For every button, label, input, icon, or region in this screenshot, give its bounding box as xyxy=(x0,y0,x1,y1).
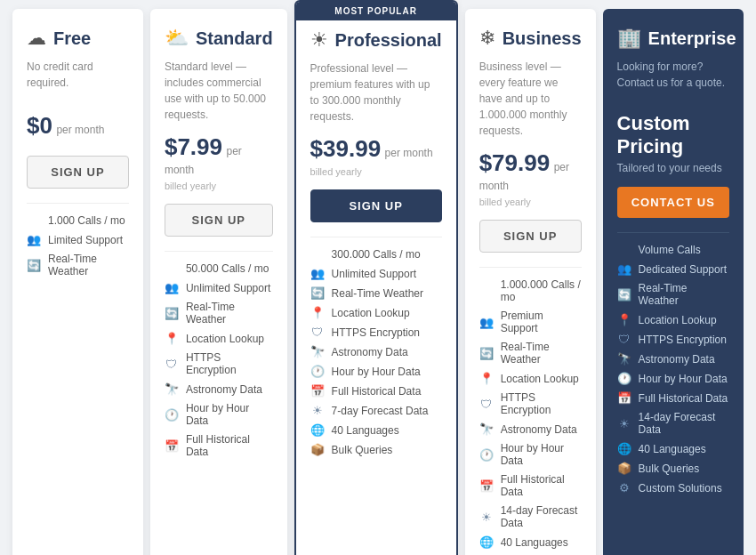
plan-card-standard: ⛅ Standard Standard level — includes com… xyxy=(150,9,287,555)
divider-standard xyxy=(165,251,273,252)
feature-item: 🌐 40 Languages xyxy=(617,442,729,455)
feature-text: Bulk Queries xyxy=(639,462,700,475)
feature-item: 🕐 Hour by Hour Data xyxy=(165,402,273,427)
signup-button-free[interactable]: SIGN UP xyxy=(27,156,129,189)
feature-icon: 🔄 xyxy=(27,259,41,272)
feature-item: 300.000 Calls / mo xyxy=(310,248,442,261)
feature-item: 📅 Full Historical Data xyxy=(165,433,273,458)
plan-card-professional: MOST POPULAR ☀ Professional Professional… xyxy=(294,0,458,555)
feature-list-business: 1.000.000 Calls / mo 👥 Premium Support 🔄… xyxy=(479,278,582,555)
feature-icon: 📅 xyxy=(310,384,325,398)
divider-business xyxy=(479,267,582,268)
feature-icon: ⚙ xyxy=(617,481,631,495)
plan-card-enterprise: 🏢 Enterprise Looking for more? Contact u… xyxy=(603,9,744,555)
plan-name-professional: Professional xyxy=(335,30,442,51)
feature-text: Bulk Queries xyxy=(332,444,393,456)
signup-button-standard[interactable]: SIGN UP xyxy=(165,204,273,237)
feature-icon: 🕐 xyxy=(310,365,325,378)
divider-free xyxy=(27,203,129,204)
feature-item: 📅 Full Historical Data xyxy=(617,391,729,405)
feature-item: 🛡 HTTPS Encryption xyxy=(165,351,273,376)
feature-icon: 🔄 xyxy=(310,286,325,300)
feature-item: 📍 Location Lookup xyxy=(617,313,729,326)
feature-text: 300.000 Calls / mo xyxy=(332,248,421,261)
feature-text: Real-Time Weather xyxy=(639,282,729,307)
signup-button-business[interactable]: SIGN UP xyxy=(479,220,582,253)
feature-item: 1.000.000 Calls / mo xyxy=(479,278,582,303)
feature-text: Full Historical Data xyxy=(332,385,422,398)
feature-item: 🔄 Real-Time Weather xyxy=(165,301,273,326)
feature-item: 🔄 Real-Time Weather xyxy=(617,282,729,307)
feature-item: 🛡 HTTPS Encryption xyxy=(310,326,442,339)
feature-icon: 📦 xyxy=(310,443,325,456)
plan-header-enterprise: 🏢 Enterprise xyxy=(617,27,729,50)
feature-item: 👥 Premium Support xyxy=(479,310,582,334)
feature-icon: 🌐 xyxy=(617,442,631,455)
feature-item: 🔄 Real-Time Weather xyxy=(310,286,442,300)
feature-icon: 👥 xyxy=(617,262,631,276)
feature-text: Astronomy Data xyxy=(639,353,715,366)
feature-text: Unlimited Support xyxy=(186,282,270,294)
plan-desc-free: No credit card required. xyxy=(27,59,129,101)
feature-text: Hour by Hour Data xyxy=(332,366,421,378)
feature-item: 📍 Location Lookup xyxy=(165,332,273,345)
feature-icon: 🔄 xyxy=(165,307,179,320)
feature-item: 50.000 Calls / mo xyxy=(165,262,273,275)
feature-item: 🔭 Astronomy Data xyxy=(165,382,273,396)
feature-item: 👥 Unlimited Support xyxy=(310,267,442,280)
feature-text: Real-Time Weather xyxy=(48,253,129,278)
feature-icon: 👥 xyxy=(27,233,41,246)
feature-icon: 🔭 xyxy=(617,352,631,366)
signup-button-professional[interactable]: SIGN UP xyxy=(310,189,442,222)
feature-list-free: 1.000 Calls / mo 👥 Limited Support 🔄 Rea… xyxy=(27,214,129,278)
feature-item: 🛡 HTTPS Encryption xyxy=(617,333,729,346)
feature-text: Astronomy Data xyxy=(501,423,577,436)
plan-card-free: ☁ Free No credit card required. $0 per m… xyxy=(12,9,143,555)
feature-item: 🛡 HTTPS Encryption xyxy=(479,391,582,416)
price-period-professional: per month xyxy=(385,147,433,159)
plan-header-professional: ☀ Professional xyxy=(310,28,442,52)
divider-professional xyxy=(310,237,442,237)
plan-desc-enterprise: Looking for more? Contact us for a quote… xyxy=(617,59,729,101)
price-billed-business: billed yearly xyxy=(479,197,582,207)
feature-text: Location Lookup xyxy=(639,314,717,326)
feature-text: Full Historical Data xyxy=(186,433,273,458)
plan-name-business: Business xyxy=(503,28,582,49)
plan-header-business: ❄ Business xyxy=(479,27,582,50)
feature-icon: 🛡 xyxy=(165,358,179,371)
feature-text: 40 Languages xyxy=(332,424,399,437)
plan-name-standard: Standard xyxy=(196,28,273,49)
feature-item: 🕐 Hour by Hour Data xyxy=(617,372,729,385)
feature-text: 1.000.000 Calls / mo xyxy=(501,278,582,303)
feature-text: Astronomy Data xyxy=(186,383,262,396)
price-period-free: per month xyxy=(56,124,104,136)
feature-icon: 🕐 xyxy=(165,408,179,422)
price-billed-professional: billed yearly xyxy=(310,166,442,177)
feature-icon: 🌐 xyxy=(310,423,325,437)
feature-text: Astronomy Data xyxy=(332,346,408,358)
feature-icon: 🔄 xyxy=(617,288,631,302)
plan-icon-free: ☁ xyxy=(27,27,46,50)
feature-icon: ☀ xyxy=(479,511,494,524)
feature-item: 🌐 40 Languages xyxy=(310,423,442,437)
feature-text: Volume Calls xyxy=(639,244,701,256)
feature-list-enterprise: Volume Calls 👥 Dedicated Support 🔄 Real-… xyxy=(617,244,729,495)
feature-text: Location Lookup xyxy=(332,307,410,319)
feature-icon: 👥 xyxy=(310,267,325,280)
feature-icon: 🔭 xyxy=(310,345,325,358)
feature-text: 14-day Forecast Data xyxy=(501,504,582,529)
feature-item: 📍 Location Lookup xyxy=(310,306,442,319)
feature-text: Full Historical Data xyxy=(501,473,582,498)
feature-list-standard: 50.000 Calls / mo 👥 Unlimited Support 🔄 … xyxy=(165,262,273,458)
feature-text: 40 Languages xyxy=(639,443,706,455)
feature-item: 👥 Dedicated Support xyxy=(617,262,729,276)
price-amount-free: $0 xyxy=(27,112,52,139)
feature-icon: 🌐 xyxy=(479,535,494,549)
feature-text: HTTPS Encryption xyxy=(501,391,582,416)
feature-icon: 🛡 xyxy=(310,326,325,339)
plan-price-free: $0 per month xyxy=(27,112,129,140)
feature-item: 👥 Unlimited Support xyxy=(165,281,273,294)
plan-desc-standard: Standard level — includes commercial use… xyxy=(165,59,273,123)
feature-icon: 📍 xyxy=(165,332,179,345)
contact-us-button[interactable]: CONTACT US xyxy=(617,187,729,218)
